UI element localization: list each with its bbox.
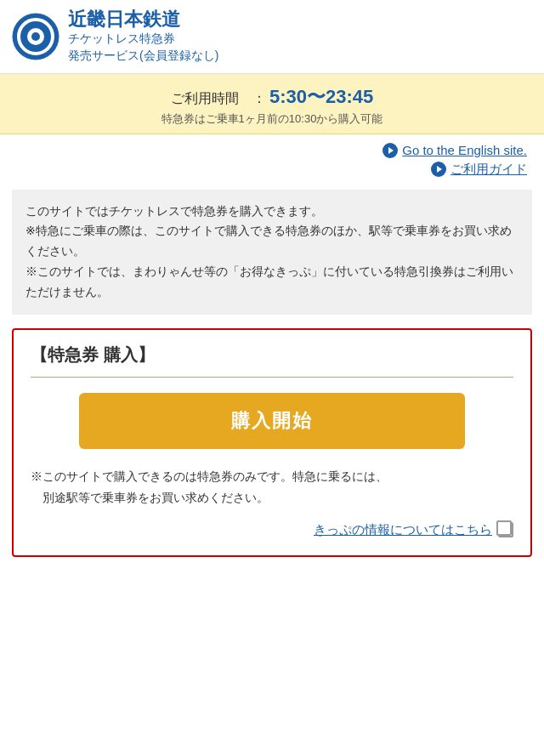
company-subtitle: チケットレス特急券 発売サービス(会員登録なし) — [68, 31, 218, 64]
time-note: 特急券はご乗車1ヶ月前の10:30から購入可能 — [8, 111, 536, 127]
purchase-link-row: きっぷの情報についてはこちら — [31, 522, 513, 538]
header-text: 近畿日本鉄道 チケットレス特急券 発売サービス(会員登録なし) — [68, 9, 218, 65]
english-site-link[interactable]: Go to the English site. — [382, 143, 527, 158]
play-icon-english — [382, 143, 398, 158]
time-value: 5:30〜23:45 — [269, 86, 373, 107]
time-row: ご利用時間 ： 5:30〜23:45 — [8, 84, 536, 110]
guide-label: ご利用ガイド — [450, 162, 527, 178]
english-site-label: Go to the English site. — [402, 143, 527, 157]
play-icon-guide — [431, 162, 446, 177]
header: 近畿日本鉄道 チケットレス特急券 発売サービス(会員登録なし) — [0, 0, 544, 74]
copy-icon — [498, 522, 513, 537]
purchase-section: 【特急券 購入】 購入開始 ※このサイトで購入できるのは特急券のみです。特急に乗… — [12, 328, 532, 557]
divider — [31, 377, 513, 378]
logo-icon — [12, 13, 60, 60]
company-name: 近畿日本鉄道 — [68, 9, 218, 31]
svg-point-3 — [31, 32, 40, 41]
info-box: このサイトではチケットレスで特急券を購入できます。※特急にご乗車の際は、このサイ… — [12, 190, 532, 315]
time-banner: ご利用時間 ： 5:30〜23:45 特急券はご乗車1ヶ月前の10:30から購入… — [0, 74, 544, 134]
purchase-note: ※このサイトで購入できるのは特急券のみです。特急に乗るには、 別途駅等で乗車券を… — [31, 466, 513, 509]
time-label: ご利用時間 ： — [171, 91, 266, 105]
info-text: このサイトではチケットレスで特急券を購入できます。※特急にご乗車の際は、このサイ… — [26, 204, 513, 298]
purchase-button[interactable]: 購入開始 — [79, 393, 465, 449]
guide-link[interactable]: ご利用ガイド — [431, 162, 527, 178]
purchase-title: 【特急券 購入】 — [31, 344, 513, 367]
ticket-info-link[interactable]: きっぷの情報についてはこちら — [314, 522, 492, 538]
links-section: Go to the English site. ご利用ガイド — [0, 134, 544, 181]
